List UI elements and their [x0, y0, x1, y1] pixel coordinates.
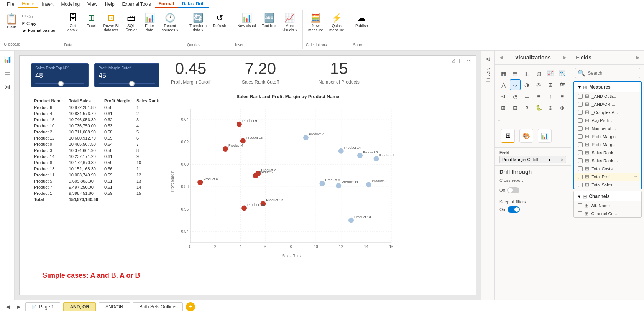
- slicer1-thumb[interactable]: [58, 81, 64, 86]
- viz-more[interactable]: ···: [495, 116, 571, 124]
- more-visuals-button[interactable]: 📈 Morevisuals ▾: [280, 12, 299, 34]
- complex-checkbox[interactable]: [578, 110, 583, 115]
- menu-format[interactable]: Format: [155, 0, 178, 8]
- menu-insert[interactable]: Insert: [38, 1, 57, 8]
- format-tab[interactable]: 🎨: [519, 129, 533, 143]
- viz-area[interactable]: 📉: [557, 68, 568, 79]
- new-visual-button[interactable]: 📊 New visual: [235, 12, 258, 30]
- field-avg-profit[interactable]: ⊞ Avg Profit ...: [574, 116, 641, 124]
- viz-r[interactable]: R: [521, 102, 532, 113]
- menu-modeling[interactable]: Modeling: [57, 1, 84, 8]
- total-sales-checkbox[interactable]: [578, 183, 583, 187]
- field-remove-icon[interactable]: ✕: [560, 158, 564, 162]
- profit-margi-checkbox[interactable]: [578, 142, 583, 147]
- channel-co-checkbox[interactable]: [578, 211, 582, 216]
- field-total-costs[interactable]: ⊞ Total Costs: [574, 165, 641, 173]
- powerbi-datasets-button[interactable]: ⊡ Power BIdatasets: [101, 12, 122, 34]
- filter-toggle-icon[interactable]: ⊲: [485, 55, 490, 63]
- recent-sources-button[interactable]: 🕐 Recentsources ▾: [159, 12, 181, 34]
- slicer2-slider[interactable]: [99, 83, 155, 84]
- excel-button[interactable]: ⊞ Excel: [83, 12, 100, 30]
- more-options-icon[interactable]: ···: [467, 57, 472, 64]
- viz-key-influencers[interactable]: ⊕: [545, 102, 556, 113]
- field-complex[interactable]: ⊞ _Complex A...: [574, 108, 641, 116]
- get-data-button[interactable]: 🗄 Getdata ▾: [64, 12, 81, 34]
- viz-pie[interactable]: ◑: [521, 79, 532, 90]
- field-profit-margi[interactable]: ⊞ Profit Margi...: [574, 140, 641, 148]
- field-profit-margin[interactable]: ⊞ Profit Margin: [574, 132, 641, 140]
- keep-filters-switch[interactable]: [508, 206, 520, 213]
- field-and-outli[interactable]: ⊞ _AND Outli...: [574, 92, 641, 100]
- viz-scatter[interactable]: ·:·: [510, 79, 521, 90]
- viz-gauge[interactable]: ◔: [510, 91, 521, 102]
- model-view-icon[interactable]: ⋈: [2, 81, 13, 92]
- slicer-sales-rank[interactable]: Sales Rank Top N% 48: [31, 63, 89, 87]
- add-page-button[interactable]: +: [186, 302, 195, 311]
- transform-data-button[interactable]: 🔄 Transformdata ▾: [187, 12, 209, 34]
- fields-panel-collapse[interactable]: ▶: [636, 55, 639, 60]
- cut-button[interactable]: ✂ Cut: [21, 13, 57, 20]
- quick-measure-button[interactable]: ⚡ Quickmeasure: [327, 12, 347, 34]
- field-number-of[interactable]: ⊞ Number of ...: [574, 124, 641, 132]
- filter-icon[interactable]: ⊿: [451, 57, 456, 64]
- enter-data-button[interactable]: 📊 Enterdata: [141, 12, 158, 34]
- number-of-checkbox[interactable]: [578, 126, 583, 131]
- viz-slicer[interactable]: ≡: [557, 91, 568, 102]
- and-or-checkbox[interactable]: [578, 102, 583, 107]
- slicer-profit-margin[interactable]: Profit Margin Cutoff 45: [94, 63, 159, 87]
- channels-section-header[interactable]: ▼ ⊞ Channels: [574, 191, 641, 201]
- viz-kpi[interactable]: ↑: [545, 91, 556, 102]
- sales-rank-2-checkbox[interactable]: [578, 158, 583, 163]
- text-box-button[interactable]: 🔤 Text box: [260, 12, 278, 30]
- sql-server-button[interactable]: 🗃 SQLServer: [123, 12, 140, 34]
- tab-both-sets[interactable]: Both Sets Outliers: [133, 302, 183, 311]
- menu-external-tools[interactable]: External Tools: [118, 1, 155, 8]
- slicer1-slider[interactable]: [35, 83, 84, 84]
- copy-button[interactable]: ⎘ Copy: [21, 20, 57, 26]
- paste-button[interactable]: 📋 Paste: [4, 12, 19, 30]
- viz-multirow-card[interactable]: ≡: [533, 91, 544, 102]
- viz-card[interactable]: ▭: [521, 91, 532, 102]
- viz-clustered-column[interactable]: ▧: [533, 68, 544, 79]
- tab-andor[interactable]: AND/OR: [99, 302, 130, 311]
- field-sales-rank[interactable]: ⊞ Sales Rank: [574, 148, 641, 156]
- menu-help[interactable]: Help: [101, 1, 118, 8]
- viz-treemap[interactable]: ⊞: [545, 79, 556, 90]
- viz-stacked-column[interactable]: ▥: [521, 68, 532, 79]
- viz-matrix[interactable]: ⊟: [510, 102, 521, 113]
- viz-stacked-bar[interactable]: ▦: [498, 68, 509, 79]
- viz-table[interactable]: ⊞: [498, 102, 509, 113]
- field-tag[interactable]: Profit Margin Cutoff ▾ ✕: [499, 156, 566, 163]
- profit-margin-checkbox[interactable]: [578, 134, 583, 139]
- field-channel-co[interactable]: ⊞ Channel Co...: [574, 209, 641, 217]
- field-alt-name[interactable]: ⊞ Alt. Name: [574, 201, 641, 209]
- viz-line-clustered[interactable]: ⋀: [498, 79, 509, 90]
- menu-file[interactable]: File: [3, 1, 18, 8]
- viz-donut[interactable]: ◎: [533, 79, 544, 90]
- search-input[interactable]: [588, 71, 644, 76]
- tab-and-or[interactable]: AND, OR: [63, 302, 96, 311]
- total-costs-checkbox[interactable]: [578, 166, 583, 171]
- menu-view[interactable]: View: [84, 1, 101, 8]
- off-toggle[interactable]: Off: [499, 187, 566, 193]
- field-total-prof[interactable]: ⊞ Total Prof... ···: [574, 173, 641, 181]
- slicer2-thumb[interactable]: [129, 81, 135, 86]
- viz-panel-back[interactable]: ◀: [499, 55, 503, 60]
- field-and-or[interactable]: ⊞ _AND/OR ...: [574, 100, 641, 108]
- nav-prev-button[interactable]: ◀: [4, 303, 12, 311]
- format-painter-button[interactable]: 🖌 Format painter: [21, 27, 57, 33]
- alt-name-checkbox[interactable]: [578, 203, 582, 208]
- viz-decomp-tree[interactable]: ⊗: [557, 102, 568, 113]
- measures-section-header[interactable]: ▼ ⊞ Measures: [574, 82, 641, 92]
- publish-button[interactable]: ☁ Publish: [353, 12, 370, 30]
- field-total-sales[interactable]: ⊞ Total Sales: [574, 181, 641, 189]
- field-sales-rank-2[interactable]: ⊞ Sales Rank ...: [574, 156, 641, 165]
- viz-clustered-bar[interactable]: ▤: [510, 68, 521, 79]
- report-view-icon[interactable]: 📊: [2, 54, 13, 64]
- data-view-icon[interactable]: ☰: [2, 68, 13, 78]
- canvas[interactable]: Sales Rank Top N% 48 Profit Margin Cutof…: [19, 55, 476, 295]
- menu-home[interactable]: Home: [18, 0, 38, 8]
- on-toggle[interactable]: On: [499, 206, 566, 213]
- viz-line[interactable]: 📈: [545, 68, 556, 79]
- viz-python[interactable]: 🐍: [533, 102, 544, 113]
